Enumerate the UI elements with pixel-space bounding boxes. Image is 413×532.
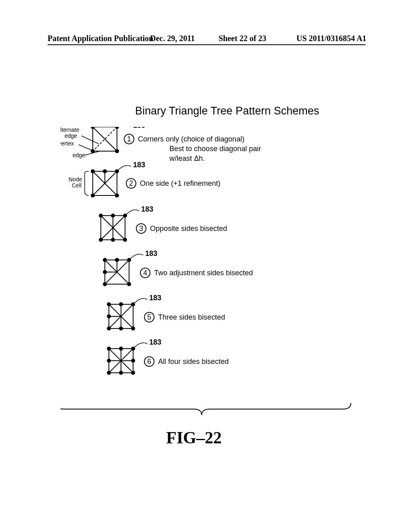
header-pubnum: US 2011/0316854 A1 bbox=[296, 34, 366, 43]
ref-183-4: 183 bbox=[145, 249, 157, 258]
scheme-desc-3: Opposite sides bisected bbox=[150, 224, 227, 233]
scheme-number-6: 6 bbox=[147, 357, 151, 366]
ref-183-2: 183 bbox=[133, 161, 145, 169]
scheme-number-1: 1 bbox=[127, 135, 131, 143]
scheme-number-2: 2 bbox=[129, 179, 133, 187]
scheme-sub1-1: Best to choose diagonal pair bbox=[169, 145, 261, 153]
label-edge-bot: edge bbox=[73, 152, 85, 158]
header-publication: Patent Application Publication bbox=[48, 34, 153, 43]
label-node: Node bbox=[69, 176, 82, 183]
ref-183-5: 183 bbox=[149, 294, 161, 302]
scheme-desc-5: Three sides bisected bbox=[158, 313, 225, 321]
label-cell: Cell bbox=[72, 182, 81, 189]
scheme-desc-6: All four sides bisected bbox=[158, 357, 229, 366]
header-sheet: Sheet 22 of 23 bbox=[219, 34, 266, 43]
patent-figure-page: Patent Application Publication Dec. 29, … bbox=[0, 0, 413, 532]
scheme-number-4: 4 bbox=[143, 269, 147, 277]
diagram-title: Binary Triangle Tree Pattern Schemes bbox=[135, 105, 319, 117]
figure-label: FIG–22 bbox=[166, 428, 222, 447]
label-alt-edge-line2: edge bbox=[65, 133, 77, 139]
svg-line-6 bbox=[79, 145, 92, 150]
scheme-number-5: 5 bbox=[147, 313, 151, 321]
underbrace bbox=[60, 403, 351, 415]
header-rule bbox=[48, 44, 365, 45]
scheme-desc-1: Corners only (choice of diagonal) bbox=[138, 135, 244, 143]
scheme-desc-2: One side (+1 refinement) bbox=[140, 179, 221, 187]
label-alt-edge-line1: alternate bbox=[60, 127, 79, 133]
scheme-sub2-1: w/least Δh. bbox=[169, 154, 205, 162]
ref-183-1: 183 bbox=[133, 127, 145, 129]
svg-line-5 bbox=[81, 136, 99, 144]
scheme-number-3: 3 bbox=[139, 224, 143, 233]
header-date: Dec. 29, 2011 bbox=[150, 34, 195, 43]
label-vertex: vertex bbox=[60, 140, 74, 147]
ref-183-3: 183 bbox=[141, 205, 153, 213]
ref-183-6: 183 bbox=[149, 338, 161, 346]
pattern-diagram: edge alternate edge vertex edge 183 1 bbox=[60, 127, 359, 409]
scheme-desc-4: Two adjustment sides bisected bbox=[154, 269, 253, 277]
